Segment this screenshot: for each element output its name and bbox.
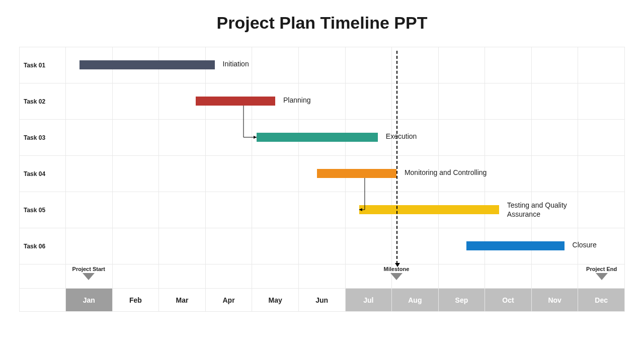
grid-cell <box>206 47 253 83</box>
month-header: Jan <box>66 289 113 312</box>
grid-cell <box>439 156 486 192</box>
grid-cell <box>578 228 625 264</box>
grid-cell <box>532 83 579 120</box>
marker-cell <box>392 264 439 289</box>
grid-cell <box>485 47 532 83</box>
month-header: Dec <box>578 289 625 312</box>
axis-spacer <box>20 289 66 312</box>
grid-cell <box>299 120 346 156</box>
month-header: Aug <box>392 289 439 312</box>
marker-cell <box>20 264 66 289</box>
marker-cell <box>113 264 159 289</box>
grid-cell <box>66 156 113 192</box>
month-header: Apr <box>206 289 253 312</box>
grid-cell <box>578 192 625 228</box>
grid-cell <box>113 83 159 120</box>
grid-cell <box>485 156 532 192</box>
grid-cell <box>346 83 392 120</box>
grid-cell <box>66 228 113 264</box>
grid-cell <box>159 228 206 264</box>
grid-cell <box>299 228 346 264</box>
grid-cell <box>113 228 159 264</box>
milestone-line <box>396 51 397 264</box>
grid-cell <box>346 120 392 156</box>
grid-cell <box>159 120 206 156</box>
grid-cell <box>392 120 439 156</box>
marker-cell <box>532 264 579 289</box>
grid-cell <box>532 47 579 83</box>
grid-cell <box>252 83 299 120</box>
grid-cell <box>113 47 159 83</box>
grid-cell <box>346 228 392 264</box>
task-row-label: Task 01 <box>20 47 66 83</box>
month-header: Jul <box>346 289 392 312</box>
grid-cell <box>206 156 253 192</box>
grid-cell <box>252 120 299 156</box>
grid-cell <box>439 47 486 83</box>
grid-cell <box>346 192 392 228</box>
marker-cell <box>159 264 206 289</box>
month-header: Feb <box>113 289 159 312</box>
grid-cell <box>439 192 486 228</box>
grid-cell <box>485 120 532 156</box>
grid-cell <box>206 83 253 120</box>
month-header: Mar <box>159 289 206 312</box>
grid-cell <box>532 192 579 228</box>
month-header: Sep <box>439 289 486 312</box>
grid-cell <box>206 120 253 156</box>
grid-cell <box>532 228 579 264</box>
grid-cell <box>113 156 159 192</box>
month-header: Oct <box>485 289 532 312</box>
grid-cell <box>252 156 299 192</box>
grid-cell <box>578 120 625 156</box>
grid-cell <box>159 192 206 228</box>
marker-cell <box>66 264 113 289</box>
grid-cell <box>439 120 486 156</box>
grid-cell <box>485 228 532 264</box>
chart-grid: Task 01Task 02Task 03Task 04Task 05Task … <box>19 47 625 312</box>
grid-cell <box>578 47 625 83</box>
grid-cell <box>252 47 299 83</box>
grid-cell <box>206 228 253 264</box>
grid-cell <box>439 83 486 120</box>
grid-cell <box>439 228 486 264</box>
grid-cell <box>346 47 392 83</box>
marker-cell <box>206 264 253 289</box>
grid-cell <box>392 47 439 83</box>
grid-cell <box>392 83 439 120</box>
grid-cell <box>392 228 439 264</box>
grid-cell <box>485 83 532 120</box>
marker-cell <box>485 264 532 289</box>
grid-cell <box>392 192 439 228</box>
grid-cell <box>66 120 113 156</box>
task-row-label: Task 05 <box>20 192 66 228</box>
grid-cell <box>299 83 346 120</box>
task-row-label: Task 06 <box>20 228 66 264</box>
gantt-chart: Task 01Task 02Task 03Task 04Task 05Task … <box>19 47 625 312</box>
grid-cell <box>299 156 346 192</box>
task-row-label: Task 04 <box>20 156 66 192</box>
task-row-label: Task 03 <box>20 120 66 156</box>
grid-cell <box>66 83 113 120</box>
marker-cell <box>439 264 486 289</box>
grid-cell <box>206 192 253 228</box>
grid-cell <box>113 120 159 156</box>
page-title: Project Plan Timeline PPT <box>0 13 644 33</box>
month-header: Jun <box>299 289 346 312</box>
month-header: Nov <box>532 289 579 312</box>
grid-cell <box>159 47 206 83</box>
grid-cell <box>299 47 346 83</box>
grid-cell <box>578 83 625 120</box>
grid-cell <box>252 228 299 264</box>
grid-cell <box>485 192 532 228</box>
marker-cell <box>346 264 392 289</box>
month-header: May <box>252 289 299 312</box>
grid-cell <box>578 156 625 192</box>
grid-cell <box>66 192 113 228</box>
marker-cell <box>578 264 625 289</box>
marker-cell <box>299 264 346 289</box>
grid-cell <box>532 156 579 192</box>
grid-cell <box>252 192 299 228</box>
grid-cell <box>113 192 159 228</box>
grid-cell <box>159 83 206 120</box>
